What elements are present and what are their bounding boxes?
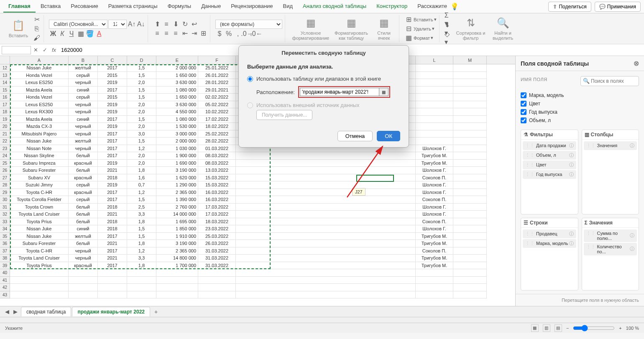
cell-M43[interactable]	[453, 291, 487, 299]
cell-F34[interactable]: 23.03.2022	[198, 225, 236, 233]
cell-C13[interactable]: 2015	[98, 72, 127, 79]
cell-D42[interactable]	[127, 284, 156, 291]
cell-M40[interactable]	[453, 269, 487, 277]
font-size-select[interactable]: 12	[108, 20, 127, 29]
row-header-19[interactable]: 19	[0, 116, 10, 123]
cell-L38[interactable]: Тригубов М.	[416, 255, 453, 262]
ribbon-tab-9[interactable]: Конструктор	[371, 0, 412, 13]
cell-B41[interactable]	[69, 277, 98, 284]
align-bottom-icon[interactable]: ⬇	[171, 20, 180, 28]
row-header-43[interactable]: 43	[0, 291, 10, 299]
cell-C25[interactable]: 2019	[98, 160, 127, 167]
font-name-select[interactable]: Calibri (Основной...	[49, 20, 107, 29]
cell-E18[interactable]: 4 550 000	[156, 108, 198, 116]
cell-gap[interactable]	[236, 189, 416, 196]
fx-label[interactable]: fx	[49, 47, 59, 53]
normal-view-icon[interactable]: ▦	[531, 324, 539, 332]
cell-C40[interactable]	[98, 269, 127, 277]
cell-F39[interactable]: 31.03.2022	[198, 262, 236, 270]
cell-A15[interactable]: Mazda Axela	[10, 87, 69, 94]
cell-L32[interactable]: Шолохов Г.	[416, 211, 453, 218]
cell-F40[interactable]	[198, 269, 236, 277]
cell-B24[interactable]: белый	[69, 152, 98, 160]
pivot-field-checkbox-0[interactable]	[521, 92, 526, 98]
cell-B36[interactable]: белый	[69, 240, 98, 247]
pivot-area-item-columns-0[interactable]: ⋮⋮Значенияⓘ	[584, 141, 637, 150]
cell-E40[interactable]	[156, 269, 198, 277]
column-header-F[interactable]: F	[198, 56, 236, 64]
cell-A38[interactable]: Toyota Land Cruiser	[10, 255, 69, 262]
cell-E15[interactable]: 1 080 000	[156, 87, 198, 94]
cell-M35[interactable]	[453, 233, 487, 240]
cell-A31[interactable]: Toyota Crown	[10, 204, 69, 211]
cell-C20[interactable]: 2019	[98, 123, 127, 130]
cell-F18[interactable]: 10.02.2022	[198, 108, 236, 116]
cell-A40[interactable]	[10, 269, 69, 277]
cell-A39[interactable]: Toyota Prius	[10, 262, 69, 270]
orientation-icon[interactable]: ↻	[181, 20, 189, 28]
pivot-field-2[interactable]: Год выпуска	[521, 108, 639, 116]
cell-L15[interactable]	[416, 87, 453, 94]
cell-C28[interactable]: 2019	[98, 181, 127, 189]
row-header-20[interactable]: 20	[0, 123, 10, 130]
cell-B39[interactable]: красный	[69, 262, 98, 270]
cell-F37[interactable]: 31.03.2022	[198, 247, 236, 255]
fill-color-icon[interactable]: 🪣	[86, 30, 94, 38]
cell-gap[interactable]	[236, 277, 416, 284]
cell-M37[interactable]	[453, 247, 487, 255]
cell-L20[interactable]	[416, 123, 453, 130]
use-table-range-radio[interactable]	[247, 76, 253, 82]
row-header-13[interactable]: 13	[0, 72, 10, 79]
row-header-21[interactable]: 21	[0, 130, 10, 138]
cell-B27[interactable]: красный	[69, 174, 98, 182]
cell-B25[interactable]: красный	[69, 160, 98, 167]
ribbon-tab-2[interactable]: Рисование	[66, 0, 103, 13]
row-header-28[interactable]: 28	[0, 181, 10, 189]
cell-A16[interactable]: Honda Vezel	[10, 94, 69, 101]
cell-L35[interactable]: Тригубов М.	[416, 233, 453, 240]
cell-A22[interactable]: Nissan Juke	[10, 138, 69, 145]
cell-D28[interactable]: 0,7	[127, 181, 156, 189]
row-header-31[interactable]: 31	[0, 204, 10, 211]
column-header-E[interactable]: E	[156, 56, 198, 64]
cell-C38[interactable]: 2021	[98, 255, 127, 262]
cell-M12[interactable]	[453, 64, 487, 72]
copy-icon[interactable]: ⎘	[33, 25, 41, 33]
row-header-22[interactable]: 22	[0, 138, 10, 145]
cell-F30[interactable]: 16.03.2022	[198, 196, 236, 204]
cell-D40[interactable]	[127, 269, 156, 277]
cell-C18[interactable]: 2019	[98, 108, 127, 116]
sheet-tab-0[interactable]: сводная таблица	[21, 307, 71, 316]
pivot-field-0[interactable]: Марка, модель	[521, 91, 639, 99]
cell-D43[interactable]	[127, 291, 156, 299]
ribbon-tab-8[interactable]: Анализ сводной таблицы	[298, 0, 371, 13]
ribbon-tab-6[interactable]: Рецензирование	[226, 0, 278, 13]
cell-M30[interactable]	[453, 196, 487, 204]
cell-B43[interactable]	[69, 291, 98, 299]
cell-A12[interactable]: Nissan Juke	[10, 64, 69, 72]
pivot-area-item-filters-3[interactable]: ⋮⋮Год выпускаⓘ	[523, 170, 576, 179]
cell-B22[interactable]: желтый	[69, 138, 98, 145]
cell-A32[interactable]: Toyota Land Cruiser	[10, 211, 69, 218]
cell-F15[interactable]: 29.01.2021	[198, 87, 236, 94]
border-icon[interactable]: ▦	[77, 30, 85, 38]
cell-gap[interactable]	[236, 233, 416, 240]
cell-E23[interactable]: 1 030 000	[156, 145, 198, 153]
cell-D37[interactable]: 1,2	[127, 247, 156, 255]
cell-E25[interactable]: 1 690 000	[156, 160, 198, 167]
cell-M22[interactable]	[453, 138, 487, 145]
cell-F33[interactable]: 18.03.2022	[198, 218, 236, 226]
cell-A42[interactable]	[10, 284, 69, 291]
cell-L12[interactable]	[416, 64, 453, 72]
cell-A20[interactable]: Mazda CX-3	[10, 123, 69, 130]
row-header-24[interactable]: 24	[0, 152, 10, 160]
cell-gap[interactable]	[236, 269, 416, 277]
cell-C30[interactable]: 2017	[98, 196, 127, 204]
cell-gap[interactable]	[236, 181, 416, 189]
row-header-25[interactable]: 25	[0, 160, 10, 167]
cell-C21[interactable]: 2017	[98, 130, 127, 138]
cell-D19[interactable]: 1,5	[127, 116, 156, 123]
row-header-30[interactable]: 30	[0, 196, 10, 204]
cell-F26[interactable]: 13.03.2022	[198, 167, 236, 174]
cell-M14[interactable]	[453, 79, 487, 87]
